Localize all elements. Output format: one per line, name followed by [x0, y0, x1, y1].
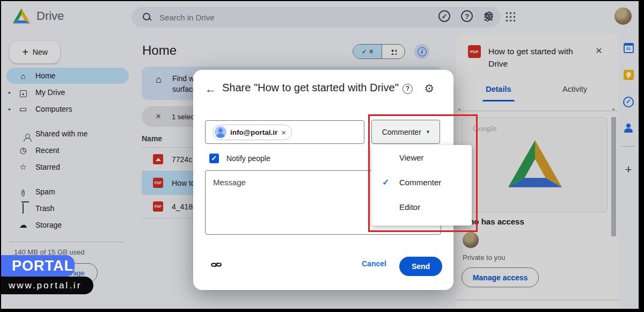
- annotation-red-box: [368, 114, 478, 232]
- remove-recipient-icon[interactable]: ×: [281, 128, 286, 137]
- watermark-url: www.portal.ir: [1, 277, 93, 294]
- recipient-chip[interactable]: info@portal.ir ×: [213, 125, 292, 140]
- recipient-email: info@portal.ir: [230, 128, 277, 136]
- back-arrow-icon[interactable]: ←: [205, 83, 216, 96]
- cancel-button[interactable]: Cancel: [362, 259, 386, 268]
- send-button[interactable]: Send: [399, 257, 442, 276]
- help-icon[interactable]: ?: [402, 84, 413, 94]
- app-window: Drive ✓ ? ⚙ + New: [1, 1, 639, 309]
- dialog-title: Share "How to get started with Drive": [222, 81, 399, 95]
- copy-link-icon[interactable]: [210, 259, 222, 271]
- watermark-title: PORTAL: [1, 255, 75, 277]
- watermark: PORTAL www.portal.ir: [1, 255, 93, 294]
- recipients-input[interactable]: info@portal.ir ×: [205, 120, 364, 144]
- recipient-avatar-icon: [215, 126, 226, 138]
- share-settings-gear-icon[interactable]: ⚙: [424, 82, 434, 95]
- notify-people-checkbox[interactable]: ✓: [209, 154, 219, 163]
- notify-people-label: Notify people: [226, 154, 270, 163]
